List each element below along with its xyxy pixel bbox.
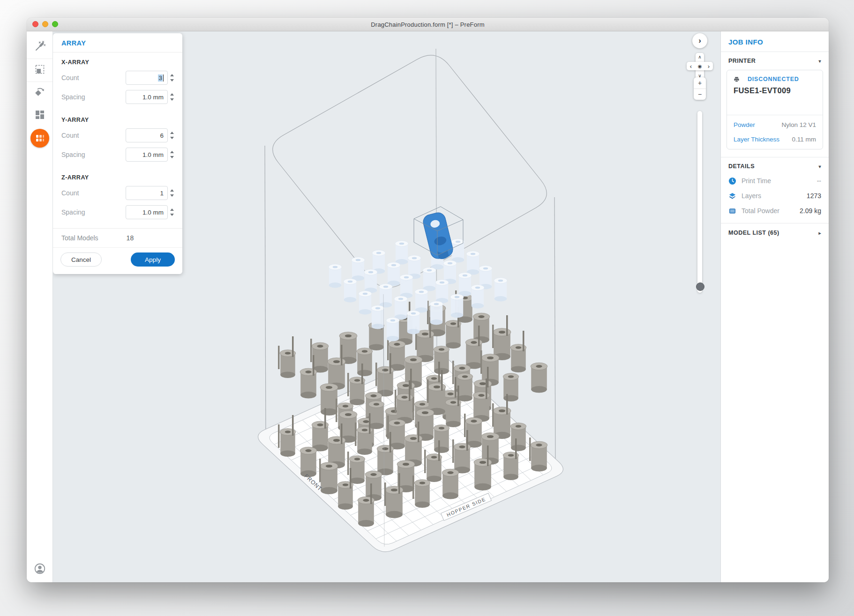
marquee-select-button[interactable]: [27, 59, 52, 82]
orientation-rotate-icon: [34, 86, 46, 100]
y-array-section: Y-ARRAY Count 6 Spacing 1.0 mm: [53, 110, 182, 168]
layers-label: Layers: [742, 192, 761, 200]
viewport: FRONT HOPPER SIDE ARRAY X-ARRAY Count 3: [53, 31, 720, 582]
total-powder-label: Total Powder: [742, 207, 779, 215]
powder-value: Nylon 12 V1: [781, 121, 816, 128]
x-array-section: X-ARRAY Count 3 Spacing 1.0 mm: [53, 52, 182, 110]
layout-pack-icon: [34, 109, 46, 123]
apply-button[interactable]: Apply: [131, 252, 175, 267]
print-time-row: Print Time --: [721, 173, 829, 188]
total-models-label: Total Models: [61, 234, 98, 242]
slider-handle[interactable]: [696, 282, 704, 291]
x-count-input[interactable]: 3: [126, 71, 168, 85]
z-count-stepper-down[interactable]: [170, 194, 174, 197]
y-spacing-row: Spacing 1.0 mm: [61, 148, 174, 162]
orbit-up-button[interactable]: ∧: [696, 52, 704, 61]
traffic-lights: [32, 21, 58, 27]
layer-thickness-value: 0.11 mm: [792, 136, 816, 143]
y-count-stepper-down[interactable]: [170, 137, 174, 139]
details-section-header[interactable]: DETAILS ▾: [721, 157, 829, 173]
y-count-input[interactable]: 6: [126, 128, 168, 142]
printer-section-header[interactable]: PRINTER ▾: [721, 52, 829, 70]
minimize-button[interactable]: [42, 21, 48, 27]
x-count-label: Count: [61, 74, 79, 82]
close-button[interactable]: [32, 21, 38, 27]
x-spacing-row: Spacing 1.0 mm: [61, 90, 174, 104]
marquee-select-icon: [34, 63, 46, 77]
x-spacing-stepper-up[interactable]: [170, 93, 174, 96]
account-icon: [33, 562, 46, 577]
z-spacing-row: Spacing 1.0 mm: [61, 205, 174, 219]
z-spacing-label: Spacing: [61, 208, 85, 216]
y-spacing-input[interactable]: 1.0 mm: [126, 148, 168, 162]
layer-thickness-link[interactable]: Layer Thickness: [734, 136, 779, 143]
y-spacing-stepper-down[interactable]: [170, 156, 174, 158]
total-powder-value: 2.09 kg: [800, 207, 821, 215]
x-spacing-label: Spacing: [61, 93, 85, 101]
model-list-header[interactable]: MODEL LIST (65) ▸: [721, 223, 829, 242]
view-eye-icon[interactable]: ◉: [696, 62, 704, 70]
x-spacing-input[interactable]: 1.0 mm: [126, 90, 168, 104]
orbit-right-button[interactable]: ›: [704, 62, 713, 70]
x-count-stepper-down[interactable]: [170, 79, 174, 82]
powder-link[interactable]: Powder: [734, 121, 755, 128]
job-info-title: JOB INFO: [721, 31, 829, 52]
collapse-panel-button[interactable]: ›: [692, 33, 707, 48]
titlebar[interactable]: DragChainProduction.form [*] – PreForm: [27, 18, 829, 31]
y-count-stepper-up[interactable]: [170, 132, 174, 134]
model-list-title: MODEL LIST (65): [728, 230, 779, 236]
cancel-button[interactable]: Cancel: [60, 252, 102, 267]
zoom-control: + −: [694, 77, 706, 100]
y-count-row: Count 6: [61, 128, 174, 142]
x-count-row: Count 3: [61, 71, 174, 85]
x-count-stepper-up[interactable]: [170, 74, 174, 76]
printer-section-title: PRINTER: [728, 58, 756, 64]
z-count-stepper-up[interactable]: [170, 189, 174, 192]
fullscreen-button[interactable]: [52, 21, 58, 27]
z-array-title: Z-ARRAY: [61, 174, 174, 181]
job-info-panel: JOB INFO PRINTER ▾ DIS: [720, 31, 829, 582]
total-models-row: Total Models 18: [53, 228, 182, 247]
y-spacing-stepper-up[interactable]: [170, 151, 174, 153]
printer-icon: [734, 76, 740, 82]
printer-name: FUSE1-EVT009: [734, 86, 816, 95]
orbit-left-button[interactable]: ‹: [687, 62, 695, 70]
layer-thickness-row: Layer Thickness 0.11 mm: [734, 132, 816, 147]
total-powder-row: Total Powder 2.09 kg: [721, 203, 829, 218]
array-duplicate-icon: [30, 129, 49, 148]
desktop-background: DragChainProduction.form [*] – PreForm: [0, 0, 854, 616]
zoom-in-button[interactable]: +: [694, 77, 706, 89]
chevron-right-icon: ›: [698, 36, 701, 45]
layout-pack-button[interactable]: [27, 104, 52, 127]
y-array-title: Y-ARRAY: [61, 117, 174, 123]
orientation-button[interactable]: [27, 82, 52, 104]
layers-row: Layers 1273: [721, 188, 829, 203]
layers-value: 1273: [807, 192, 821, 200]
print-time-clock-icon: [728, 177, 737, 185]
y-count-label: Count: [61, 132, 79, 139]
account-button[interactable]: [27, 557, 52, 582]
powder-row: Powder Nylon 12 V1: [734, 118, 816, 132]
orbit-control: ∧ ∨ ‹ › ◉: [687, 53, 713, 79]
layer-slicer-slider[interactable]: [697, 111, 702, 293]
x-array-title: X-ARRAY: [61, 59, 174, 66]
auto-setup-wand-button[interactable]: [27, 36, 52, 59]
printer-status: DISCONNECTED: [748, 76, 799, 82]
layers-icon: [728, 192, 737, 200]
print-time-label: Print Time: [742, 177, 771, 185]
window-title: DragChainProduction.form [*] – PreForm: [371, 21, 484, 28]
preform-window: DragChainProduction.form [*] – PreForm: [27, 18, 829, 582]
array-panel-title: ARRAY: [53, 33, 182, 52]
x-spacing-stepper-down[interactable]: [170, 98, 174, 101]
print-time-value: --: [817, 177, 821, 185]
array-tool-button[interactable]: [27, 127, 52, 149]
details-section: DETAILS ▾ Print Time --: [721, 157, 829, 223]
magic-wand-icon: [34, 40, 46, 54]
chevron-right-icon: ▸: [818, 230, 821, 236]
left-toolbar: [27, 31, 53, 582]
z-spacing-stepper-up[interactable]: [170, 208, 174, 211]
z-spacing-input[interactable]: 1.0 mm: [126, 205, 168, 219]
z-spacing-stepper-down[interactable]: [170, 214, 174, 216]
z-count-input[interactable]: 1: [126, 186, 168, 200]
zoom-out-button[interactable]: −: [694, 89, 706, 100]
